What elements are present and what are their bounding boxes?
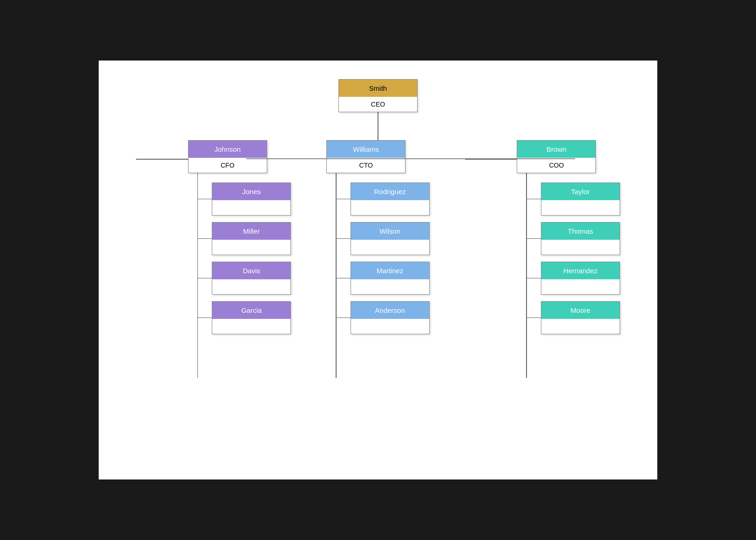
rodriguez-body [351, 200, 429, 215]
root-vline [378, 112, 378, 140]
thomas-row: Thomas [527, 222, 620, 255]
root-node[interactable]: Smith CEO [338, 79, 418, 112]
garcia-node[interactable]: Garcia [212, 301, 291, 334]
johnson-title: CFO [189, 158, 267, 173]
johnson-node[interactable]: Johnson CFO [188, 140, 267, 173]
jones-body [212, 200, 290, 215]
thomas-node[interactable]: Thomas [541, 222, 620, 255]
rodriguez-hstub [337, 199, 351, 200]
brown-name: Brown [517, 141, 595, 158]
taylor-node[interactable]: Taylor [541, 182, 620, 216]
col-right-top: Brown COO Taylor [465, 140, 620, 378]
taylor-hstub [527, 199, 541, 200]
davis-node[interactable]: Davis [212, 262, 291, 295]
wilson-node[interactable]: Wilson [351, 222, 430, 255]
level1-container: Johnson CFO Jones [117, 140, 639, 378]
martinez-hstub [337, 278, 351, 279]
right-parent-block: Brown COO Taylor [517, 140, 620, 378]
col-left-top: Johnson CFO Jones [136, 140, 291, 378]
taylor-body [541, 200, 620, 215]
wilson-body [351, 240, 429, 255]
root-title: CEO [339, 97, 417, 112]
martinez-name: Martinez [351, 262, 429, 279]
garcia-body [212, 319, 290, 334]
wilson-hstub [337, 238, 351, 239]
miller-body [212, 240, 290, 255]
top-section: Smith CEO [117, 79, 639, 140]
chart-wrapper: Smith CEO Johnson CFO [117, 79, 639, 378]
center-parent-block: Williams CTO Rodriguez [326, 140, 430, 378]
williams-title: CTO [327, 158, 405, 173]
anderson-name: Anderson [351, 302, 429, 319]
thomas-body [541, 240, 620, 255]
right-hline [465, 159, 517, 160]
anderson-hstub [337, 317, 351, 318]
hernandez-hstub [527, 278, 541, 279]
brown-children: Taylor Thomas [527, 182, 620, 334]
johnson-name: Johnson [189, 141, 267, 158]
johnson-children-wrapper: Jones Miller [188, 173, 291, 378]
thomas-name: Thomas [541, 223, 620, 240]
jones-node[interactable]: Jones [212, 182, 291, 216]
davis-name: Davis [212, 262, 290, 279]
thomas-hstub [527, 238, 541, 239]
col-right: Brown COO Taylor [465, 140, 639, 378]
davis-row: Davis [198, 262, 291, 295]
miller-hstub [198, 238, 212, 239]
left-hline [136, 159, 188, 160]
wilson-name: Wilson [351, 223, 429, 240]
root-name: Smith [339, 80, 417, 97]
miller-name: Miller [212, 223, 290, 240]
williams-name: Williams [327, 141, 405, 158]
martinez-body [351, 279, 429, 294]
davis-body [212, 279, 290, 294]
brown-children-wrapper: Taylor Thomas [517, 173, 620, 378]
rodriguez-row: Rodriguez [337, 182, 430, 216]
rodriguez-name: Rodriguez [351, 183, 429, 200]
davis-hstub [198, 278, 212, 279]
hernandez-node[interactable]: Hernandez [541, 262, 620, 295]
martinez-node[interactable]: Martinez [351, 262, 430, 295]
moore-row: Moore [527, 301, 620, 334]
jones-row: Jones [198, 182, 291, 216]
jones-hstub [198, 199, 212, 200]
left-parent-block: Johnson CFO Jones [188, 140, 291, 378]
williams-node[interactable]: Williams CTO [326, 140, 405, 173]
anderson-node[interactable]: Anderson [351, 301, 430, 334]
hernandez-name: Hernandez [541, 262, 620, 279]
miller-node[interactable]: Miller [212, 222, 291, 255]
garcia-row: Garcia [198, 301, 291, 334]
brown-title: COO [517, 158, 595, 173]
taylor-row: Taylor [527, 182, 620, 216]
moore-body [541, 319, 620, 334]
taylor-name: Taylor [541, 183, 620, 200]
hernandez-row: Hernandez [527, 262, 620, 295]
johnson-children: Jones Miller [198, 182, 291, 334]
garcia-name: Garcia [212, 302, 290, 319]
martinez-row: Martinez [337, 262, 430, 295]
moore-hstub [527, 317, 541, 318]
jones-name: Jones [212, 183, 290, 200]
rodriguez-node[interactable]: Rodriguez [351, 182, 430, 216]
williams-children-wrapper: Rodriguez Wilson [326, 173, 430, 378]
anderson-body [351, 319, 429, 334]
williams-children: Rodriguez Wilson [337, 182, 430, 334]
moore-name: Moore [541, 302, 620, 319]
miller-row: Miller [198, 222, 291, 255]
col-left: Johnson CFO Jones [117, 140, 291, 378]
org-chart-canvas: Smith CEO Johnson CFO [99, 61, 657, 479]
anderson-row: Anderson [337, 301, 430, 334]
col-center: Williams CTO Rodriguez [291, 140, 465, 378]
wilson-row: Wilson [337, 222, 430, 255]
garcia-hstub [198, 317, 212, 318]
hernandez-body [541, 279, 620, 294]
moore-node[interactable]: Moore [541, 301, 620, 334]
brown-node[interactable]: Brown COO [517, 140, 596, 173]
